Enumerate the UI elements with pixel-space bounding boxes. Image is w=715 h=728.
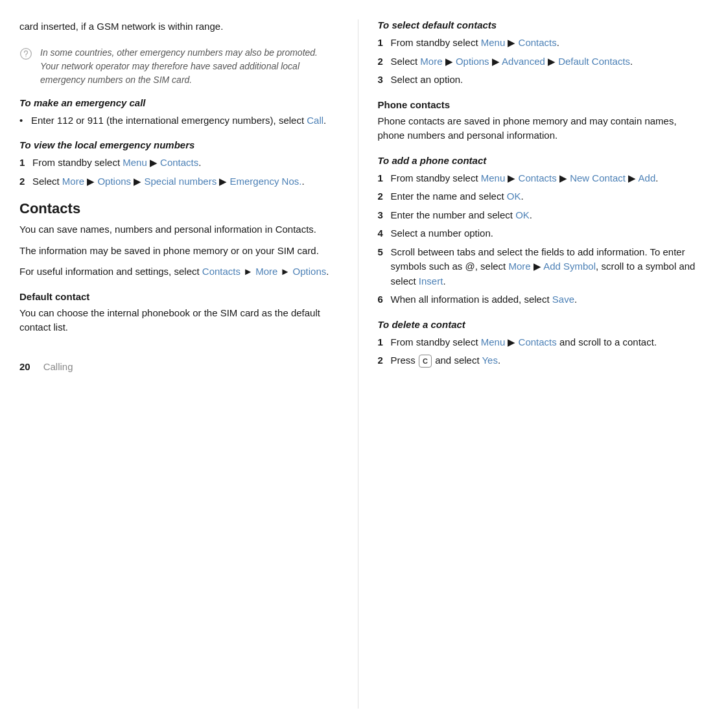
emergency-call-list: • Enter 112 or 911 (the international em… xyxy=(19,113,338,128)
contacts-para2: The information may be saved in phone me… xyxy=(19,244,338,259)
list-item: 1 From standby select Menu ▶ Contacts. xyxy=(19,156,338,170)
step-text: From standby select Menu ▶ Contacts. xyxy=(391,36,559,51)
tip-icon xyxy=(19,47,34,62)
step-num: 5 xyxy=(378,245,391,260)
contacts-section: Contacts You can save names, numbers and… xyxy=(19,200,338,279)
add-contact-list: 1 From standby select Menu ▶ Contacts ▶ … xyxy=(378,171,696,307)
select-default-list: 1 From standby select Menu ▶ Contacts. 2… xyxy=(378,36,696,88)
select-default-heading: To select default contacts xyxy=(378,19,696,30)
phone-contacts-section: Phone contacts Phone contacts are saved … xyxy=(378,99,696,143)
step-text: From standby select Menu ▶ Contacts. xyxy=(32,156,201,170)
svg-point-1 xyxy=(25,56,26,56)
page-footer: 20 Calling xyxy=(19,355,338,372)
default-contact-heading: Default contact xyxy=(19,291,338,302)
ok-link: OK xyxy=(507,191,521,202)
step-text: Scroll between tabs and select the field… xyxy=(391,245,696,289)
step-num: 1 xyxy=(378,36,391,51)
step-num: 1 xyxy=(19,156,32,170)
add-symbol-link: Add Symbol xyxy=(543,261,596,272)
tip-box: In some countries, other emergency numbe… xyxy=(19,46,338,87)
left-column: card inserted, if a GSM network is withi… xyxy=(19,19,358,709)
page-container: card inserted, if a GSM network is withi… xyxy=(0,0,715,728)
step-num: 4 xyxy=(378,226,391,241)
svg-point-0 xyxy=(21,48,32,59)
phone-contacts-heading: Phone contacts xyxy=(378,99,696,110)
local-numbers-heading: To view the local emergency numbers xyxy=(19,139,338,150)
step-num: 1 xyxy=(378,171,391,186)
add-contact-heading: To add a phone contact xyxy=(378,155,696,166)
step-num: 2 xyxy=(378,353,391,368)
menu-link: Menu xyxy=(481,336,506,347)
intro-text: card inserted, if a GSM network is withi… xyxy=(19,19,338,34)
menu-link: Menu xyxy=(481,172,506,183)
step-num: 6 xyxy=(378,292,391,307)
more-link3: More xyxy=(508,261,530,272)
emergency-call-heading: To make an emergency call xyxy=(19,97,338,108)
list-item: 1 From standby select Menu ▶ Contacts. xyxy=(378,36,696,51)
step-text: Select More ▶ Options ▶ Advanced ▶ Defau… xyxy=(391,54,633,69)
new-contact-link: New Contact xyxy=(570,172,626,183)
local-numbers-list: 1 From standby select Menu ▶ Contacts. 2… xyxy=(19,156,338,189)
step-text: From standby select Menu ▶ Contacts and … xyxy=(391,335,657,350)
contacts-link: Contacts xyxy=(519,172,557,183)
local-numbers-section: To view the local emergency numbers 1 Fr… xyxy=(19,139,338,189)
step-num: 2 xyxy=(378,189,391,204)
list-item: 1 From standby select Menu ▶ Contacts ▶ … xyxy=(378,171,696,186)
step-text: Enter the name and select OK. xyxy=(391,189,524,204)
options-link2: Options xyxy=(293,266,327,277)
options-link: Options xyxy=(456,56,489,67)
menu-link: Menu xyxy=(123,157,147,168)
right-column: To select default contacts 1 From standb… xyxy=(358,19,696,709)
ok-link2: OK xyxy=(515,209,530,220)
contacts-para1: You can save names, numbers and personal… xyxy=(19,222,338,237)
yes-link: Yes xyxy=(482,355,497,366)
menu-link: Menu xyxy=(481,37,506,48)
list-item: 2 Enter the name and select OK. xyxy=(378,189,696,204)
save-link: Save xyxy=(552,294,574,305)
step-num: 1 xyxy=(378,335,391,350)
list-item: 3 Select an option. xyxy=(378,73,696,88)
add-contact-section: To add a phone contact 1 From standby se… xyxy=(378,155,696,307)
c-key-badge: C xyxy=(419,355,432,368)
page-label: Calling xyxy=(43,361,73,372)
contacts-para3: For useful information and settings, sel… xyxy=(19,264,338,279)
default-contacts-link: Default Contacts xyxy=(558,56,630,67)
step-num: 2 xyxy=(378,54,391,69)
page-number: 20 xyxy=(19,361,30,372)
step-num: 3 xyxy=(378,208,391,223)
more-link: More xyxy=(62,176,84,187)
emergency-call-item: • Enter 112 or 911 (the international em… xyxy=(19,113,338,128)
contacts-link: Contacts xyxy=(519,37,557,48)
list-item: 3 Enter the number and select OK. xyxy=(378,208,696,223)
insert-link: Insert xyxy=(419,276,443,287)
call-link: Call xyxy=(307,115,323,126)
contacts-link: Contacts xyxy=(519,336,557,347)
list-item: 2 Press C and select Yes. xyxy=(378,353,696,368)
contacts-link2: Contacts xyxy=(202,266,240,277)
contacts-link: Contacts xyxy=(160,157,198,168)
list-item: 5 Scroll between tabs and select the fie… xyxy=(378,245,696,289)
step-num: 3 xyxy=(378,73,391,88)
default-contact-section: Default contact You can choose the inter… xyxy=(19,291,338,335)
delete-contact-list: 1 From standby select Menu ▶ Contacts an… xyxy=(378,335,696,368)
delete-contact-heading: To delete a contact xyxy=(378,319,696,330)
list-item: 2 Select More ▶ Options ▶ Special number… xyxy=(19,174,338,189)
step-text: Select a number option. xyxy=(391,226,493,241)
step-text: Enter the number and select OK. xyxy=(391,208,532,223)
emergency-call-section: To make an emergency call • Enter 112 or… xyxy=(19,97,338,128)
list-item: 2 Select More ▶ Options ▶ Advanced ▶ Def… xyxy=(378,54,696,69)
add-link: Add xyxy=(639,172,656,183)
step-text: Press C and select Yes. xyxy=(391,353,501,368)
step-text: From standby select Menu ▶ Contacts ▶ Ne… xyxy=(391,171,659,186)
special-link: Special numbers xyxy=(144,176,217,187)
emergency-call-text: Enter 112 or 911 (the international emer… xyxy=(31,113,326,128)
more-link2: More xyxy=(255,266,277,277)
bullet-dot: • xyxy=(19,113,31,128)
delete-contact-section: To delete a contact 1 From standby selec… xyxy=(378,319,696,368)
intro-block: card inserted, if a GSM network is withi… xyxy=(19,19,338,34)
phone-contacts-text: Phone contacts are saved in phone memory… xyxy=(378,114,696,143)
contacts-heading: Contacts xyxy=(19,200,338,217)
select-default-section: To select default contacts 1 From standb… xyxy=(378,19,696,88)
options-link: Options xyxy=(97,176,131,187)
emergency-link: Emergency Nos. xyxy=(230,176,302,187)
